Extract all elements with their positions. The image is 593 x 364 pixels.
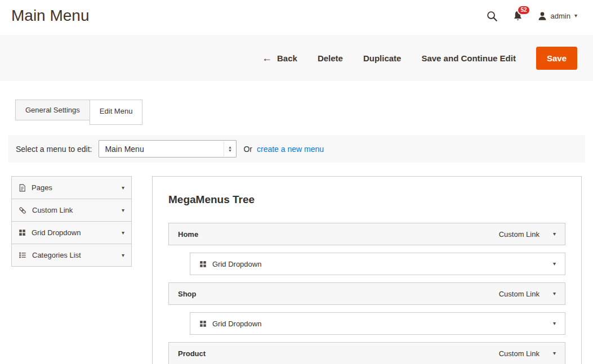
chevron-down-icon: ▾ (122, 185, 124, 191)
sidebar-item-pages[interactable]: Pages ▾ (11, 176, 132, 199)
sidebar-item-label: Categories List (32, 251, 81, 259)
chevron-down-icon[interactable]: ▾ (553, 261, 556, 267)
select-spinner-icon: ▲ ▼ (224, 141, 235, 156)
tree-item-label: Home (178, 230, 198, 239)
admin-username: admin (551, 12, 570, 20)
back-button-label: Back (277, 53, 297, 63)
item-types-sidebar: Pages ▾ Custom Link ▾ Grid Dropdown ▾ Ca… (11, 176, 132, 267)
list-icon (19, 251, 26, 259)
save-and-continue-button[interactable]: Save and Continue Edit (421, 53, 516, 63)
chevron-down-icon[interactable]: ▾ (553, 350, 556, 356)
chevron-down-icon[interactable]: ▾ (553, 321, 556, 326)
tab-general-settings[interactable]: General Settings (15, 100, 90, 120)
sidebar-item-categories-list[interactable]: Categories List ▾ (11, 244, 132, 267)
grid-icon (19, 229, 26, 236)
megamenu-tree-panel: MegaMenus Tree Home Custom Link ▾ Grid D… (152, 176, 582, 364)
save-button[interactable]: Save (536, 47, 577, 70)
tree-child-grid-dropdown[interactable]: Grid Dropdown ▾ (190, 312, 565, 335)
notifications-button[interactable]: 52 (512, 10, 523, 22)
header: Main Menu 52 admin ▾ (0, 0, 593, 30)
tree-item-label: Shop (178, 290, 197, 298)
menu-select[interactable]: Main Menu ▲ ▼ (99, 140, 237, 158)
tree-item-type: Custom Link (499, 349, 540, 358)
sidebar-item-grid-dropdown[interactable]: Grid Dropdown ▾ (11, 221, 132, 244)
tab-edit-menu[interactable]: Edit Menu (90, 100, 143, 125)
page-title: Main Menu (11, 7, 90, 25)
page-actions-toolbar: ← Back Delete Duplicate Save and Continu… (0, 35, 593, 81)
tree-item-type: Custom Link (499, 290, 540, 298)
chevron-down-icon: ▾ (122, 230, 124, 236)
sidebar-item-label: Grid Dropdown (32, 228, 81, 237)
duplicate-button[interactable]: Duplicate (363, 53, 402, 63)
admin-account-menu[interactable]: admin ▾ (538, 11, 577, 21)
tree-item-type: Custom Link (499, 230, 540, 239)
sidebar-item-label: Custom Link (32, 206, 73, 214)
grid-icon (199, 320, 207, 327)
tree-child-grid-dropdown[interactable]: Grid Dropdown ▾ (190, 253, 565, 275)
link-icon (19, 206, 26, 214)
search-icon (486, 10, 498, 22)
back-arrow-icon: ← (262, 53, 272, 63)
menu-select-row: Select a menu to edit: Main Menu ▲ ▼ Or … (8, 135, 585, 163)
panel-title: MegaMenus Tree (168, 194, 565, 206)
header-actions: 52 admin ▾ (486, 10, 577, 22)
tree-item-label: Product (178, 349, 206, 358)
chevron-down-icon[interactable]: ▾ (553, 291, 556, 296)
tab-bar: General Settings Edit Menu (15, 100, 593, 125)
delete-button[interactable]: Delete (318, 53, 343, 63)
sidebar-item-custom-link[interactable]: Custom Link ▾ (11, 199, 132, 222)
notification-count-badge: 52 (517, 5, 530, 15)
or-text: Or (243, 145, 252, 154)
sidebar-item-label: Pages (32, 183, 52, 192)
menu-select-label: Select a menu to edit: (16, 145, 92, 154)
menu-select-value: Main Menu (105, 145, 144, 154)
tree-child-label: Grid Dropdown (212, 260, 261, 268)
user-icon (538, 11, 547, 21)
create-new-menu-link[interactable]: create a new menu (257, 145, 324, 154)
chevron-down-icon: ▾ (122, 253, 124, 258)
grid-icon (199, 260, 207, 268)
tree-child-label: Grid Dropdown (212, 320, 261, 328)
search-button[interactable] (486, 10, 498, 22)
tree-item-shop[interactable]: Shop Custom Link ▾ (168, 282, 565, 305)
tree-item-home[interactable]: Home Custom Link ▾ (168, 223, 565, 245)
duplicate-button-label: Duplicate (363, 53, 402, 63)
back-button[interactable]: ← Back (262, 53, 297, 63)
page-icon (19, 184, 26, 192)
tree-item-product[interactable]: Product Custom Link ▾ (168, 342, 565, 364)
content: Pages ▾ Custom Link ▾ Grid Dropdown ▾ Ca… (11, 176, 582, 364)
chevron-down-icon: ▾ (122, 208, 124, 213)
save-and-continue-label: Save and Continue Edit (421, 53, 516, 63)
chevron-down-icon[interactable]: ▾ (553, 231, 556, 237)
delete-button-label: Delete (318, 53, 343, 63)
chevron-down-icon: ▾ (574, 13, 577, 19)
